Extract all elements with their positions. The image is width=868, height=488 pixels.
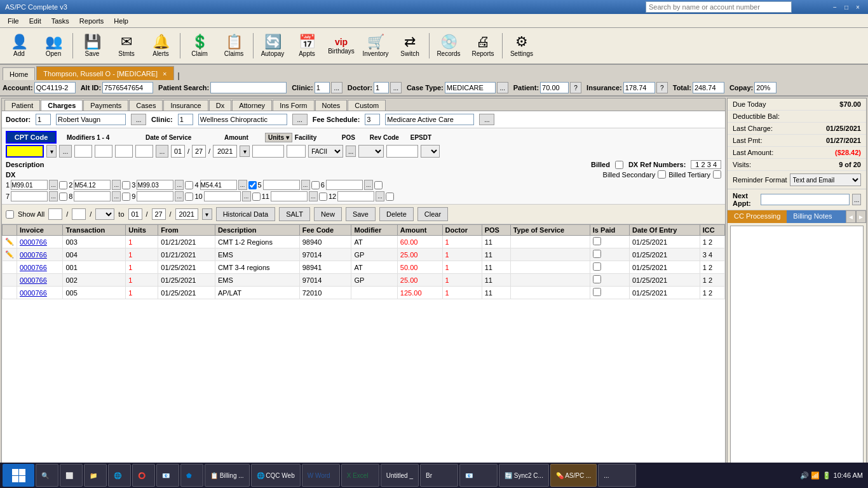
- doctor-btn[interactable]: ...: [390, 82, 402, 93]
- taskbar-search[interactable]: 🔍: [36, 464, 58, 487]
- dx2-checkbox[interactable]: [122, 181, 130, 189]
- sub-tab-cases[interactable]: Cases: [129, 100, 163, 111]
- date-to-dropdown[interactable]: ▾: [202, 208, 212, 220]
- dx4-input[interactable]: [200, 180, 237, 190]
- sub-tab-dx[interactable]: Dx: [209, 100, 231, 111]
- billed-tert-checkbox[interactable]: [713, 170, 721, 179]
- dx7-checkbox[interactable]: [59, 193, 67, 201]
- sub-tab-attorney[interactable]: Attorney: [232, 100, 272, 111]
- dos-month[interactable]: [171, 145, 185, 158]
- dx2-btn[interactable]: ...: [112, 180, 121, 190]
- reports-button[interactable]: 🖨 Reports: [466, 29, 499, 62]
- taskbar-cqc[interactable]: 🌐 CQC Web: [251, 464, 301, 487]
- start-button[interactable]: [3, 464, 34, 487]
- new-btn[interactable]: New: [314, 207, 342, 221]
- taskbar-outlook[interactable]: 📧: [459, 464, 498, 487]
- sub-tab-insurance[interactable]: Insurance: [163, 100, 208, 111]
- dx6-checkbox[interactable]: [374, 181, 383, 189]
- rpanel-next[interactable]: ►: [856, 210, 866, 223]
- sub-tab-patient[interactable]: Patient: [4, 100, 40, 111]
- mod3-input[interactable]: [115, 145, 133, 158]
- search-input[interactable]: [646, 1, 792, 13]
- dx4-btn[interactable]: ...: [238, 180, 247, 190]
- close-btn[interactable]: ×: [853, 3, 863, 11]
- taskbar-word[interactable]: W Word: [302, 464, 340, 487]
- dx9-input[interactable]: [137, 191, 173, 201]
- total-input[interactable]: [693, 82, 724, 93]
- table-row[interactable]: ✏️ 0000766 003 1 01/21/2021 CMT 1-2 Regi…: [3, 236, 725, 248]
- clear-btn[interactable]: Clear: [417, 207, 448, 221]
- dx1-btn[interactable]: ...: [49, 180, 58, 190]
- fee-schedule-name[interactable]: [385, 114, 474, 125]
- historical-data-btn[interactable]: Historical Data: [216, 207, 276, 221]
- dx6-btn[interactable]: ...: [364, 180, 373, 190]
- dx3-btn[interactable]: ...: [175, 180, 184, 190]
- inventory-button[interactable]: 🛒 Inventory: [359, 29, 392, 62]
- dx5-btn[interactable]: ...: [301, 180, 310, 190]
- appts-button[interactable]: 📅 Appts: [290, 29, 323, 62]
- case-type-input[interactable]: [445, 82, 496, 93]
- sub-tab-ins-form[interactable]: Ins Form: [273, 100, 314, 111]
- account-input[interactable]: [34, 82, 76, 93]
- reminder-select[interactable]: Text and Email Text Only Email Only None: [790, 173, 861, 186]
- sub-tab-charges[interactable]: Charges: [41, 100, 83, 111]
- mod2-input[interactable]: [95, 145, 112, 158]
- date-to-month[interactable]: [128, 208, 142, 220]
- dx2-input[interactable]: [74, 180, 111, 190]
- dx9-checkbox[interactable]: [185, 193, 193, 201]
- table-row[interactable]: ✏️ 0000766 004 1 01/21/2021 EMS 97014 GP…: [3, 248, 725, 261]
- dx9-btn[interactable]: ...: [175, 191, 184, 201]
- rpanel-tab-cc[interactable]: CC Processing: [728, 210, 787, 223]
- dx3-checkbox[interactable]: [185, 181, 193, 189]
- next-appt-input[interactable]: [761, 194, 850, 205]
- charges-doctor-btn[interactable]: ...: [131, 114, 146, 125]
- delete-btn[interactable]: Delete: [379, 207, 414, 221]
- taskbar-outlook-icon[interactable]: 📧: [156, 464, 179, 487]
- salt-btn[interactable]: SALT: [279, 207, 310, 221]
- charges-doctor-num[interactable]: [36, 114, 51, 125]
- dx3-input[interactable]: [137, 180, 173, 190]
- taskbar-excel[interactable]: X Excel: [341, 464, 379, 487]
- insurance-question-btn[interactable]: ?: [656, 82, 668, 93]
- dos-year[interactable]: [213, 145, 237, 158]
- menu-reports[interactable]: Reports: [74, 16, 109, 26]
- dx6-input[interactable]: [326, 180, 363, 190]
- taskbar-explorer[interactable]: 📁: [84, 464, 107, 487]
- charges-clinic-name[interactable]: [198, 114, 287, 125]
- patient-question-btn[interactable]: ?: [570, 82, 581, 93]
- doctor-input[interactable]: [374, 82, 389, 93]
- add-button[interactable]: 👤 Add: [3, 29, 36, 62]
- dx7-btn[interactable]: ...: [49, 191, 58, 201]
- dx1-checkbox[interactable]: [59, 181, 67, 189]
- dx5-checkbox[interactable]: [311, 181, 320, 189]
- mod1-input[interactable]: [74, 145, 92, 158]
- date-from-month[interactable]: [48, 208, 62, 220]
- mod-extra-btn[interactable]: ...: [156, 145, 168, 158]
- menu-edit[interactable]: Edit: [24, 16, 46, 26]
- settings-button[interactable]: ⚙ Settings: [505, 29, 538, 62]
- records-button[interactable]: 💿 Records: [432, 29, 465, 62]
- dx11-input[interactable]: [271, 191, 308, 201]
- billed-sec-checkbox[interactable]: [658, 170, 666, 179]
- dx4-checkbox[interactable]: [248, 181, 257, 189]
- claims-button[interactable]: 📋 Claims: [217, 29, 250, 62]
- stmts-button[interactable]: ✉ Stmts: [110, 29, 143, 62]
- taskbar-vscode[interactable]: ⬟: [180, 464, 203, 487]
- date-to-year[interactable]: [175, 208, 198, 220]
- taskbar-edge[interactable]: 🌐: [108, 464, 131, 487]
- show-all-checkbox[interactable]: [6, 210, 14, 219]
- mod4-input[interactable]: [135, 145, 153, 158]
- dx8-input[interactable]: [74, 191, 111, 201]
- patient-search-input[interactable]: [210, 82, 287, 93]
- maximize-btn[interactable]: □: [841, 3, 851, 11]
- copay-input[interactable]: [754, 82, 776, 93]
- charges-clinic-num[interactable]: [178, 114, 193, 125]
- tab-pin-icon[interactable]: |: [178, 71, 180, 80]
- next-appt-btn[interactable]: ...: [852, 194, 861, 205]
- taskbar-br[interactable]: Br: [420, 464, 458, 487]
- taskbar-billing[interactable]: 📋 Billing ...: [205, 464, 250, 487]
- dx10-checkbox[interactable]: [252, 193, 261, 201]
- dx11-checkbox[interactable]: [319, 193, 327, 201]
- amount-input[interactable]: [252, 145, 284, 158]
- date-from-day[interactable]: [72, 208, 86, 220]
